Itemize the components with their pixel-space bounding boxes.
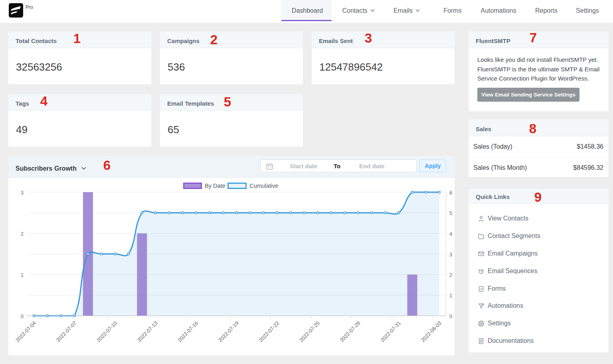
- svg-text:2022-07-22: 2022-07-22: [258, 320, 281, 343]
- svg-text:2022-07-28: 2022-07-28: [339, 320, 362, 343]
- svg-text:0: 0: [21, 313, 24, 319]
- svg-text:2022-07-16: 2022-07-16: [176, 320, 199, 343]
- svg-text:2022-07-31: 2022-07-31: [379, 320, 402, 343]
- svg-text:2022-07-10: 2022-07-10: [95, 320, 118, 343]
- svg-text:6: 6: [449, 190, 452, 196]
- svg-text:1: 1: [21, 272, 24, 278]
- svg-text:2: 2: [449, 272, 452, 278]
- svg-text:2022-07-13: 2022-07-13: [136, 320, 159, 343]
- svg-text:3: 3: [21, 190, 24, 196]
- svg-text:0: 0: [449, 313, 452, 319]
- svg-text:1: 1: [449, 293, 452, 299]
- svg-text:4: 4: [449, 231, 452, 237]
- svg-text:2022-07-25: 2022-07-25: [298, 320, 321, 343]
- svg-text:2: 2: [21, 231, 24, 237]
- svg-text:2022-07-07: 2022-07-07: [55, 320, 78, 343]
- svg-text:3: 3: [449, 252, 452, 258]
- svg-text:2022-08-03: 2022-08-03: [420, 320, 443, 343]
- svg-text:2022-07-19: 2022-07-19: [217, 320, 240, 343]
- svg-text:5: 5: [449, 210, 452, 216]
- svg-text:2022-07-04: 2022-07-04: [14, 320, 37, 343]
